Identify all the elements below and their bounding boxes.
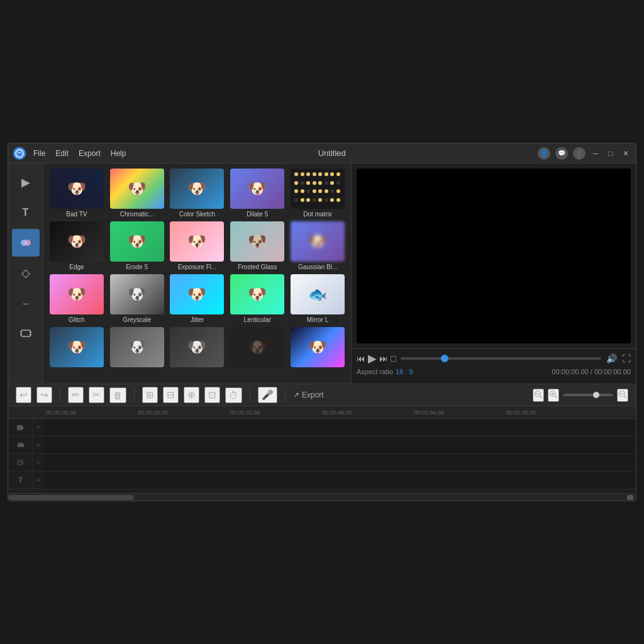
sidebar-item-transition[interactable]: ↔ (12, 289, 40, 317)
timer-button[interactable]: ⏱ (225, 387, 242, 403)
split-button[interactable]: ⊟ (163, 387, 179, 403)
export-button[interactable]: ↗ Export (293, 391, 324, 399)
scrollbar-end-button[interactable] (627, 495, 633, 500)
svg-rect-19 (17, 425, 23, 430)
zoom-in-button-search[interactable] (548, 389, 559, 402)
close-button[interactable]: ✕ (621, 148, 631, 158)
effect-20[interactable]: 🐶 (289, 327, 346, 369)
zoom-slider-handle[interactable] (593, 392, 599, 398)
track-video-add[interactable]: + (33, 423, 43, 433)
effect-color-sketch[interactable]: 🐶 Color Sketch (169, 169, 226, 218)
effect-dot-matrix[interactable]: Dot matrix (289, 169, 346, 218)
mic-button[interactable]: 🎤 (258, 387, 277, 403)
effect-edge[interactable]: 🐶 Edge (48, 221, 105, 270)
track-audio-add[interactable]: + (33, 440, 43, 450)
effect-erode[interactable]: 🐶 Erode 5 (109, 221, 165, 270)
app-logo (13, 147, 26, 160)
left-sidebar: ▶ T ◇ ↔ (8, 164, 43, 384)
volume-button[interactable]: 🔊 (606, 353, 617, 364)
crop-button[interactable]: ⊞ (142, 387, 158, 403)
frame-button[interactable]: ⊡ (204, 387, 220, 403)
stop-button[interactable]: □ (391, 353, 396, 364)
track-text-icon: T (8, 472, 33, 489)
minimize-button[interactable]: ─ (591, 148, 601, 158)
effect-bad-tv[interactable]: 🐶 Bad TV (48, 169, 105, 218)
effect-17[interactable]: 🐶 (109, 327, 165, 369)
delete-button[interactable]: 🗑 (109, 387, 126, 403)
svg-rect-8 (30, 334, 31, 335)
svg-point-3 (24, 241, 28, 245)
sidebar-item-effects[interactable] (12, 229, 40, 257)
track-audio-content (43, 436, 636, 453)
effect-gaussian[interactable]: 🐶 Gaussian Bl... (289, 221, 346, 270)
timeline-scrollbar[interactable] (8, 493, 636, 501)
effect-glitch[interactable]: 🐶 Glitch (48, 274, 105, 323)
preview-panel: ⏮ ▶ ⏭ □ 🔊 ⛶ Aspect ratio 16 : 9 (352, 164, 636, 384)
toolbar-separator-3 (250, 389, 250, 401)
effect-mirror[interactable]: 🐟 Mirror L (289, 274, 346, 323)
sidebar-item-sticker[interactable]: ◇ (12, 259, 40, 287)
effect-greyscale[interactable]: 🐶 Greyscale (109, 274, 165, 323)
track-video-content (43, 419, 636, 436)
track-overlay: + (8, 454, 636, 472)
effect-jitter[interactable]: 🐶 Jitter (169, 274, 226, 323)
play-button[interactable]: ▶ (368, 352, 377, 365)
svg-line-13 (555, 396, 558, 398)
redo-button[interactable]: ↪ (36, 387, 52, 403)
play-controls: ⏮ ▶ ⏭ □ (357, 352, 396, 365)
pen-button[interactable]: ✏ (68, 387, 84, 403)
toolbar: ↩ ↪ ✏ ✂ 🗑 ⊞ ⊟ ⊕ ⊡ ⏱ 🎤 ↗ Export (8, 384, 636, 406)
sidebar-item-video[interactable]: ▶ (12, 169, 40, 196)
fullscreen-button[interactable]: ⛶ (622, 353, 631, 364)
preview-info: Aspect ratio 16 : 9 00:00:00.00 / 00:00:… (357, 368, 631, 375)
effect-frosted-glass[interactable]: 🐶 Frosted Glass (229, 221, 286, 270)
effect-dilate[interactable]: 🐶 Dilate 5 (229, 169, 286, 218)
cut-button[interactable]: ✂ (89, 387, 104, 403)
more-options-icon[interactable]: ⋮ (573, 147, 586, 160)
chat-icon[interactable]: 💬 (555, 147, 568, 160)
toolbar-separator-2 (134, 389, 135, 401)
ruler-mark-5: 00:01:20.00 (506, 409, 598, 416)
menu-file[interactable]: File (33, 149, 45, 158)
layout-button[interactable]: ⊕ (184, 387, 199, 403)
menu-edit[interactable]: Edit (55, 149, 69, 158)
effect-chromatic[interactable]: 🐶 Chromatic... (109, 169, 165, 218)
effect-16[interactable]: 🐶 (48, 327, 105, 369)
svg-marker-20 (23, 426, 25, 429)
aspect-ratio: Aspect ratio 16 : 9 (357, 368, 413, 375)
track-video: + (8, 419, 636, 436)
effect-19[interactable]: 🐶 (229, 327, 286, 369)
sidebar-item-filmstrip[interactable] (12, 319, 40, 347)
menu-export[interactable]: Export (79, 149, 101, 158)
effect-exposure[interactable]: 🐶 Exposure Fl... (169, 221, 226, 270)
sidebar-item-text[interactable]: T (12, 199, 40, 226)
effect-18[interactable]: 🐶 (169, 327, 226, 369)
progress-handle[interactable] (441, 355, 448, 362)
scrollbar-thumb[interactable] (8, 495, 134, 500)
effects-grid: 🐶 Bad TV 🐶 Chromatic... 🐶 Color Sketch (48, 169, 346, 369)
svg-rect-6 (20, 334, 21, 335)
ruler-mark-2: 00:00:32.00 (230, 409, 322, 416)
preview-screen (357, 169, 631, 343)
preview-controls: ⏮ ▶ ⏭ □ 🔊 ⛶ Aspect ratio 16 : 9 (352, 348, 636, 384)
maximize-button[interactable]: □ (606, 148, 616, 158)
progress-track[interactable] (401, 357, 601, 360)
zoom-fit-button[interactable] (617, 389, 628, 402)
undo-button[interactable]: ↩ (16, 387, 31, 403)
zoom-slider[interactable] (563, 394, 613, 396)
timeline-area: 00:00:00.00 00:00:16.00 00:00:32.00 00:0… (8, 406, 636, 501)
effect-lenticular[interactable]: 🐶 Lenticular (229, 274, 286, 323)
rewind-button[interactable]: ⏮ (357, 353, 365, 364)
track-video-icon (8, 419, 33, 436)
track-text-add[interactable]: + (33, 475, 43, 486)
ruler-mark-3: 00:00:48.00 (322, 409, 414, 416)
menu-help[interactable]: Help (111, 149, 126, 158)
track-overlay-add[interactable]: + (33, 458, 43, 468)
ruler-mark-0: 00:00:00.00 (46, 409, 138, 416)
fast-forward-button[interactable]: ⏭ (379, 353, 388, 364)
zoom-out-button[interactable] (533, 389, 544, 402)
user-icon[interactable]: 👤 (538, 147, 550, 160)
ruler-marks: 00:00:00.00 00:00:16.00 00:00:32.00 00:0… (46, 409, 598, 416)
ruler-mark-4: 00:01:04.00 (414, 409, 506, 416)
svg-rect-4 (21, 330, 30, 336)
